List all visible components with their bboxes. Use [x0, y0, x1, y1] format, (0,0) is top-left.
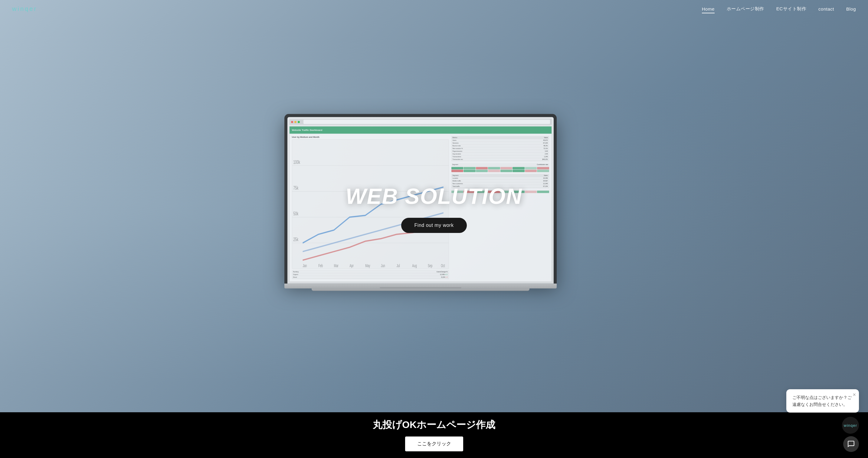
heat-map-section: SegmentContribution rate [452, 163, 549, 172]
svg-text:25k: 25k [293, 236, 298, 242]
chat-speech-icon [847, 440, 855, 448]
svg-text:100k: 100k [293, 159, 300, 165]
nav-link-blog[interactable]: Blog [846, 6, 856, 11]
svg-text:Apr: Apr [349, 263, 353, 268]
chat-icon-button[interactable] [843, 436, 859, 452]
dot-yellow [294, 121, 297, 123]
svg-text:Feb: Feb [318, 263, 323, 268]
svg-text:Jun: Jun [381, 263, 385, 268]
svg-text:Oct: Oct [441, 263, 445, 268]
nav-item-homepage[interactable]: ホームページ制作 [727, 6, 764, 12]
url-bar [304, 120, 550, 124]
metrics-table: MetricsValue Users45,672 Sessions67,234 … [452, 136, 549, 162]
svg-text:Sep: Sep [428, 263, 433, 268]
bottom-title: 丸投げOKホームページ作成 [373, 418, 495, 432]
spreadsheet-header: Website Traffic Dashboard [289, 126, 552, 134]
nav-item-blog[interactable]: Blog [846, 6, 856, 12]
nav-link-contact[interactable]: contact [818, 6, 834, 11]
heat-map [452, 167, 549, 172]
chat-message: ご不明な点はございますか？ご遠慮なくお問合せください。 [793, 394, 853, 408]
hero-section: winqer Home ホームページ制作 ECサイト制作 contact Blo… [0, 0, 868, 412]
nav-item-home[interactable]: Home [702, 6, 715, 12]
svg-text:50k: 50k [293, 211, 298, 217]
nav-link-homepage[interactable]: ホームページ制作 [727, 6, 764, 11]
dot-red [291, 121, 293, 123]
chat-close-button[interactable]: × [852, 392, 856, 398]
navbar: winqer Home ホームページ制作 ECサイト制作 contact Blo… [0, 0, 868, 18]
hero-text-block: WEB SOLUTION Find out my work [346, 184, 523, 233]
logo[interactable]: winqer [12, 5, 37, 12]
chat-avatar[interactable]: winqer [842, 417, 859, 434]
laptop-stand [312, 289, 529, 291]
svg-text:May: May [365, 263, 370, 268]
svg-text:75k: 75k [293, 185, 298, 191]
svg-text:Aug: Aug [412, 263, 416, 268]
spreadsheet-title: Website Traffic Dashboard [292, 129, 322, 132]
dot-green [298, 121, 300, 123]
laptop-base [284, 284, 557, 289]
nav-link-ec[interactable]: ECサイト制作 [776, 6, 806, 11]
svg-text:Mar: Mar [334, 263, 338, 268]
bottom-data-table: RankingUsersChange % Organic12,456+4.2 D… [292, 270, 449, 279]
chart-title: User by Medium and Month [292, 136, 449, 138]
bottom-bar: 丸投げOKホームページ作成 ここをクリック [0, 412, 868, 457]
bottom-cta-button[interactable]: ここをクリック [405, 436, 463, 451]
svg-text:Jan: Jan [303, 263, 307, 268]
nav-item-contact[interactable]: contact [818, 6, 834, 12]
nav-links: Home ホームページ制作 ECサイト制作 contact Blog [702, 6, 856, 12]
nav-item-ec[interactable]: ECサイト制作 [776, 6, 806, 12]
hero-headline: WEB SOLUTION [346, 184, 523, 209]
screen-toolbar [289, 119, 552, 125]
chat-widget: × ご不明な点はございますか？ご遠慮なくお問合せください。 winqer [842, 417, 859, 434]
svg-text:Jul: Jul [396, 263, 400, 268]
hero-cta-button[interactable]: Find out my work [401, 218, 467, 233]
nav-link-home[interactable]: Home [702, 6, 715, 13]
chat-bubble: × ご不明な点はございますか？ご遠慮なくお問合せください。 [786, 389, 859, 412]
